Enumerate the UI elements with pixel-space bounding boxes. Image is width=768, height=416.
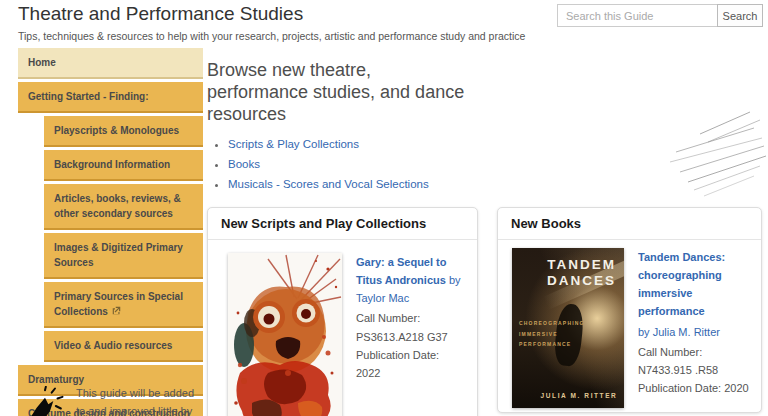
sidebar-item-label: Articles, books, reviews, & other second… <box>54 193 181 219</box>
ink-splat-icon <box>20 386 70 416</box>
page-subtitle: Tips, techniques & resources to help wit… <box>18 30 525 42</box>
resource-links: Scripts & Play Collections Books Musical… <box>228 138 429 198</box>
new-books-box: New Books TANDEM DANCES CHOREOGRAPHING I… <box>497 207 762 413</box>
list-item: Musicals - Scores and Vocal Selections <box>228 178 429 190</box>
link-scripts-play-collections[interactable]: Scripts & Play Collections <box>228 138 359 150</box>
book-title-link[interactable]: Gary: a Sequel to Titus Andronicus <box>356 256 446 286</box>
external-link-icon <box>112 304 121 319</box>
book-title-line: Tandem Dances: choreographing immersive … <box>638 248 751 321</box>
sidebar-item-label: Dramaturgy <box>28 374 84 385</box>
book-author-line: by Julia M. Ritter <box>638 323 751 341</box>
sidebar-item-articles-secondary-sources[interactable]: Articles, books, reviews, & other second… <box>44 184 203 230</box>
cover-title: TANDEM DANCES <box>547 257 616 289</box>
book-details: Gary: a Sequel to Titus Andronicus by Ta… <box>356 253 464 416</box>
cover-author: JULIA M. RITTER <box>512 392 624 399</box>
book-call-number: Call Number: PS3613.A218 G37 <box>356 309 464 345</box>
page-title: Theatre and Performance Studies <box>18 3 303 25</box>
sidebar-nav: Home Getting Started - Finding: Playscri… <box>18 48 203 416</box>
sidebar-item-label: Getting Started - Finding: <box>28 91 149 102</box>
book-entry: TANDEM DANCES CHOREOGRAPHING IMMERSIVE P… <box>498 240 761 408</box>
link-books[interactable]: Books <box>228 158 260 170</box>
sidebar-item-label: Images & Digitized Primary Sources <box>54 242 183 268</box>
book-author-link[interactable]: by Julia M. Ritter <box>638 326 720 338</box>
book-details: Tandem Dances: choreographing immersive … <box>638 248 751 408</box>
sidebar-item-label: Video & Audio resources <box>54 340 172 351</box>
list-item: Books <box>228 158 429 170</box>
sidebar-item-primary-sources-special-collections[interactable]: Primary Sources in Special Collections <box>44 282 203 328</box>
sidebar-item-home[interactable]: Home <box>18 48 203 79</box>
cover-subtitle: CHOREOGRAPHING IMMERSIVE PERFORMANCE <box>519 318 585 350</box>
main-heading: Browse new theatre, performance studies,… <box>207 60 527 126</box>
link-musicals-scores[interactable]: Musicals - Scores and Vocal Selections <box>228 178 429 190</box>
book-cover-gary[interactable] <box>228 253 342 416</box>
book-call-number: Call Number: N7433.915 .R58 <box>638 343 751 379</box>
box-title: New Scripts and Play Collections <box>208 208 477 240</box>
new-scripts-box: New Scripts and Play Collections <box>207 207 478 416</box>
search-input[interactable] <box>557 4 717 27</box>
diagonal-lines-decoration <box>650 100 768 204</box>
search-button[interactable]: Search <box>717 4 763 27</box>
book-publication-date: Publication Date: 2022 <box>356 346 464 382</box>
sidebar-item-video-audio[interactable]: Video & Audio resources <box>44 331 203 362</box>
library-guide-page: Theatre and Performance Studies Tips, te… <box>0 0 768 416</box>
sidebar-item-label: Home <box>28 57 56 68</box>
guide-note-text: This guide will be added to and improved… <box>76 385 206 416</box>
book-title-link[interactable]: Tandem Dances: choreographing immersive … <box>638 251 725 317</box>
sidebar-item-playscripts-monologues[interactable]: Playscripts & Monologues <box>44 116 203 147</box>
sidebar-item-label: Playscripts & Monologues <box>54 125 179 136</box>
sidebar-item-label: Background Information <box>54 159 170 170</box>
book-entry: Gary: a Sequel to Titus Andronicus by Ta… <box>208 240 477 416</box>
book-publication-date: Publication Date: 2020 <box>638 379 751 397</box>
list-item: Scripts & Play Collections <box>228 138 429 150</box>
box-title: New Books <box>498 208 761 240</box>
book-cover-tandem-dances[interactable]: TANDEM DANCES CHOREOGRAPHING IMMERSIVE P… <box>512 248 624 408</box>
sidebar-item-getting-started[interactable]: Getting Started - Finding: <box>18 82 203 113</box>
sidebar-item-background-information[interactable]: Background Information <box>44 150 203 181</box>
guide-search: Search <box>557 4 763 27</box>
book-title-line: Gary: a Sequel to Titus Andronicus by Ta… <box>356 253 464 307</box>
sidebar-item-images-digitized-primary-sources[interactable]: Images & Digitized Primary Sources <box>44 233 203 279</box>
